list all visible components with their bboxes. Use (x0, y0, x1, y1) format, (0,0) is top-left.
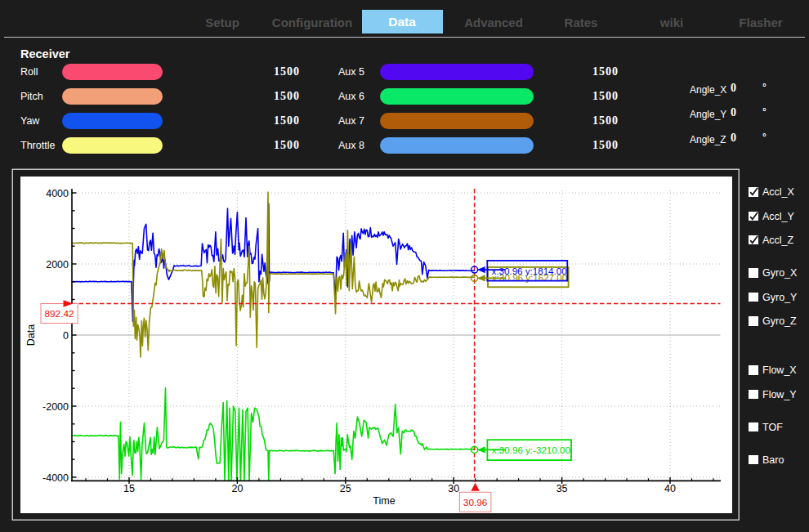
svg-text:2000: 2000 (46, 259, 69, 270)
svg-text:Time: Time (373, 495, 395, 507)
svg-text:20: 20 (231, 483, 243, 494)
svg-text:0: 0 (63, 330, 69, 342)
svg-text:x:30.96 y:1814.00: x:30.96 y:1814.00 (492, 266, 567, 276)
svg-text:-2000: -2000 (42, 401, 69, 413)
svg-text:30.96: 30.96 (463, 497, 488, 508)
svg-text:-4000: -4000 (42, 472, 69, 484)
svg-text:Data: Data (25, 324, 37, 346)
svg-text:15: 15 (123, 483, 135, 494)
svg-text:4000: 4000 (46, 188, 69, 199)
svg-text:30: 30 (448, 483, 459, 494)
svg-text:35: 35 (556, 483, 568, 494)
svg-text:40: 40 (664, 483, 676, 494)
svg-text:25: 25 (340, 483, 351, 494)
svg-text:892.42: 892.42 (44, 308, 74, 320)
